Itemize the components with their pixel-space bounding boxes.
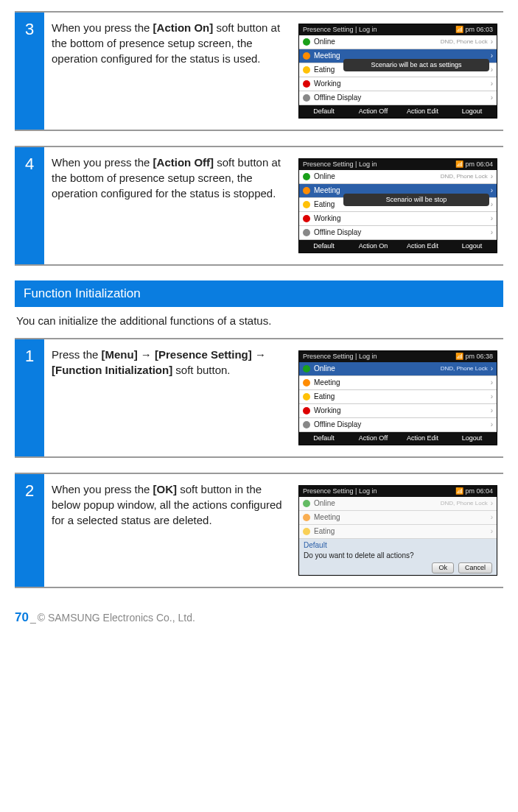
text-pre: When you press the: [52, 483, 153, 495]
offline-icon: [303, 94, 310, 102]
phone-softbar: Default Action Off Action Edit Logout: [299, 432, 497, 445]
phone-clock: pm 06:03: [455, 27, 493, 33]
phone-screenshot: Presence Setting | Log in pm 06:04 Onlin…: [298, 485, 497, 576]
row-label: Offline Display: [314, 94, 488, 102]
row-label: Offline Display: [314, 229, 488, 236]
chevron-right-icon: ›: [491, 407, 493, 414]
presence-row-eating: Eating ›: [299, 525, 497, 539]
section-header: Function Initialization: [15, 280, 503, 307]
chevron-right-icon: ›: [491, 514, 493, 521]
chevron-right-icon: ›: [491, 187, 493, 194]
phone-title: Presence Setting | Log in: [303, 27, 455, 33]
softkey-default: Default: [299, 105, 349, 118]
popup-title: Default: [304, 542, 492, 549]
chevron-right-icon: ›: [491, 421, 493, 428]
row-label: Meeting: [314, 379, 488, 386]
softkey-action-edit: Action Edit: [398, 432, 447, 445]
popup-message: Do you want to delete all actions?: [304, 552, 492, 559]
step-figure: Presence Setting | Log in pm 06:38 Onlin…: [298, 339, 503, 456]
softkey-action-off: Action Off: [349, 432, 398, 445]
step-figure: Presence Setting | Log in pm 06:04 Onlin…: [298, 147, 503, 264]
copyright: © SAMSUNG Electronics Co., Ltd.: [38, 612, 195, 624]
meeting-icon: [303, 52, 310, 60]
presence-row-online: Online DND, Phone Lock ›: [299, 170, 497, 184]
presence-row-online: Online DND, Phone Lock ›: [299, 362, 497, 376]
step-text: When you press the [Action On] soft butt…: [44, 13, 298, 130]
step-figure: Presence Setting | Log in pm 06:03 Onlin…: [298, 13, 503, 130]
step-text: When you press the [Action Off] soft but…: [44, 147, 298, 264]
softkey-logout: Logout: [447, 105, 497, 118]
row-label: Working: [314, 407, 488, 414]
chevron-right-icon: ›: [491, 38, 493, 46]
row-label: Eating: [314, 528, 488, 535]
offline-icon: [303, 229, 310, 236]
row-badge: DND, Phone Lock: [441, 501, 488, 506]
phone-title: Presence Setting | Log in: [303, 161, 455, 168]
text-bold: [Action Off]: [153, 156, 214, 169]
toast-message: Scenario will be act as settings: [343, 59, 489, 71]
online-icon: [303, 38, 310, 46]
phone-clock: pm 06:04: [455, 161, 493, 168]
footer-sep: _: [30, 612, 36, 624]
row-label: Meeting: [314, 514, 488, 521]
working-icon: [303, 80, 310, 88]
chevron-right-icon: ›: [491, 229, 493, 236]
page-footer: 70_ © SAMSUNG Electronics Co., Ltd.: [0, 603, 518, 640]
presence-row-offline: Offline Display ›: [299, 418, 497, 432]
phone-topbar: Presence Setting | Log in pm 06:03: [299, 24, 497, 35]
step-block-fi1: 1 Press the [Menu] → [Presence Setting] …: [15, 338, 503, 458]
chevron-right-icon: ›: [491, 94, 493, 102]
step-block-3: 3 When you press the [Action On] soft bu…: [15, 11, 503, 131]
phone-screenshot: Presence Setting | Log in pm 06:04 Onlin…: [298, 158, 497, 253]
text-bold: [Action On]: [153, 21, 214, 34]
eating-icon: [303, 66, 310, 74]
text-post: soft button.: [172, 364, 230, 376]
presence-row-eating: Eating › Scenario will be stop: [299, 198, 497, 212]
toast-message: Scenario will be stop: [343, 194, 489, 206]
row-badge: DND, Phone Lock: [441, 366, 488, 372]
row-label: Working: [314, 215, 488, 222]
presence-row-offline: Offline Display ›: [299, 91, 497, 105]
phone-clock: pm 06:38: [455, 353, 493, 360]
row-label: Online: [314, 173, 441, 180]
presence-row-eating: Eating › Scenario will be act as setting…: [299, 63, 497, 77]
presence-row-meeting: Meeting ›: [299, 511, 497, 525]
softkey-action-off: Action Off: [349, 105, 398, 118]
phone-title: Presence Setting | Log in: [303, 488, 455, 495]
presence-row-offline: Offline Display ›: [299, 226, 497, 240]
phone-clock: pm 06:04: [455, 488, 493, 495]
popup-cancel-button[interactable]: Cancel: [458, 562, 492, 573]
text-pre: When you press the: [52, 21, 153, 34]
step-block-4: 4 When you press the [Action Off] soft b…: [15, 146, 503, 266]
text-pre: When you press the: [52, 156, 153, 169]
chevron-right-icon: ›: [491, 528, 493, 535]
row-label: Online: [314, 38, 441, 46]
chevron-right-icon: ›: [491, 173, 493, 180]
chevron-right-icon: ›: [491, 201, 493, 208]
phone-softbar: Default Action Off Action Edit Logout: [299, 105, 497, 118]
row-label: Online: [314, 500, 441, 507]
chevron-right-icon: ›: [491, 393, 493, 400]
row-label: Online: [314, 365, 441, 373]
softkey-logout: Logout: [447, 240, 497, 253]
text-bold: [OK]: [153, 483, 178, 495]
step-figure: Presence Setting | Log in pm 06:04 Onlin…: [298, 474, 503, 587]
text-pre: Press the: [52, 348, 102, 361]
softkey-default: Default: [299, 432, 349, 445]
chevron-right-icon: ›: [491, 66, 493, 74]
row-badge: DND, Phone Lock: [441, 174, 488, 180]
step-number: 3: [15, 13, 44, 130]
phone-screenshot: Presence Setting | Log in pm 06:03 Onlin…: [298, 24, 497, 119]
row-label: Working: [314, 80, 488, 88]
row-badge: DND, Phone Lock: [441, 39, 488, 45]
phone-softbar: Default Action On Action Edit Logout: [299, 240, 497, 253]
chevron-right-icon: ›: [491, 215, 493, 222]
online-icon: [303, 365, 310, 373]
eating-icon: [303, 201, 310, 208]
popup-ok-button[interactable]: Ok: [432, 562, 454, 573]
softkey-logout: Logout: [447, 432, 497, 445]
row-label: Offline Display: [314, 421, 488, 428]
step-text: Press the [Menu] → [Presence Setting] → …: [44, 339, 298, 456]
popup: Default Do you want to delete all action…: [299, 539, 497, 575]
step-text: When you press the [OK] soft button in t…: [44, 474, 298, 587]
